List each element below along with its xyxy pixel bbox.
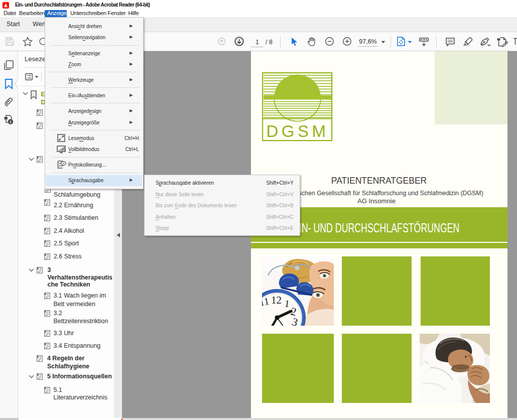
- svg-text:12: 12: [271, 294, 282, 306]
- svg-text:DGSM: DGSM: [267, 122, 329, 141]
